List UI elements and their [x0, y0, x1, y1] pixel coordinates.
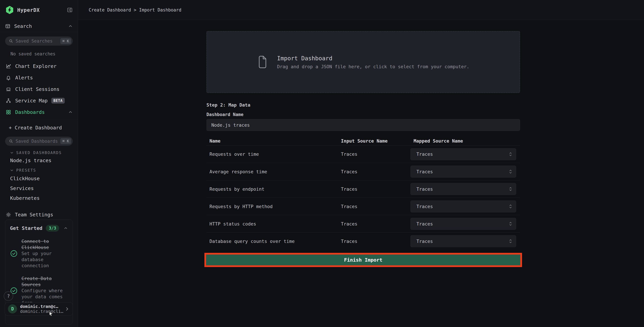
saved-searches-input[interactable]: Saved Searches ⌘ K: [5, 36, 73, 46]
user-name: dominic.tran@c…: [20, 304, 63, 309]
laptop-icon: [6, 86, 11, 92]
bell-icon: [6, 75, 11, 80]
breadcrumb-create-dashboard[interactable]: Create Dashboard: [89, 8, 131, 12]
group-label: SAVED DASHBOARDS: [16, 150, 62, 155]
help-button[interactable]: ?: [4, 291, 13, 301]
chevron-down-icon: [10, 168, 14, 172]
no-saved-searches-text: No saved searches: [10, 51, 73, 56]
dashboard-name-input[interactable]: [206, 119, 520, 131]
mapped-source-select[interactable]: Traces: [410, 200, 516, 212]
search-icon: [9, 39, 13, 43]
breadcrumb-import-dashboard: Import Dashboard: [139, 8, 181, 12]
selected-option: Traces: [416, 204, 433, 209]
import-content: Import Dashboard Drag and drop a JSON fi…: [206, 20, 520, 267]
input-source-value: Traces: [338, 186, 410, 192]
breadcrumb: Create Dashboard > Import Dashboard: [89, 8, 182, 12]
mapping-table: Name Input Source Name Mapped Source Nam…: [206, 137, 520, 250]
mapped-source-select[interactable]: Traces: [410, 183, 516, 195]
row-name: Requests over time: [206, 152, 338, 157]
sidebar-item-service-map[interactable]: Service Map BETA: [5, 95, 73, 106]
preset-item-services[interactable]: Services: [5, 184, 73, 192]
select-chevrons-icon: [509, 222, 512, 226]
presets-group[interactable]: PRESETS: [5, 168, 73, 172]
create-dashboard-button[interactable]: + Create Dashboard: [5, 123, 73, 132]
row-name: HTTP status codes: [206, 221, 338, 226]
row-name: Average response time: [206, 169, 338, 174]
shortcut-badge: ⌘ K: [60, 38, 71, 44]
select-chevrons-icon: [509, 204, 512, 209]
select-chevrons-icon: [509, 152, 512, 156]
selected-option: Traces: [416, 186, 433, 192]
shortcut-badge: ⌘ K: [60, 138, 71, 144]
question-icon: ?: [7, 294, 10, 299]
get-started-item[interactable]: Create Data Sources Configure where your…: [10, 276, 68, 306]
sidebar: HyperDX Search: [0, 0, 78, 327]
sidebar-item-label: Service Map: [15, 98, 48, 104]
selected-option: Traces: [416, 239, 433, 244]
select-chevrons-icon: [509, 187, 512, 191]
sidebar-nav: Chart Explorer Alerts Client Sessions: [5, 60, 73, 118]
check-circle-icon: [10, 250, 18, 258]
sidebar-item-dashboards[interactable]: Dashboards: [5, 106, 73, 118]
get-started-item-text: Create Data Sources Configure where your…: [22, 276, 68, 306]
app-root: HyperDX Search: [0, 0, 644, 327]
task-title: Create Data Sources: [22, 276, 68, 288]
mapped-source-select[interactable]: Traces: [410, 166, 516, 178]
breadcrumb-separator: >: [134, 8, 136, 12]
preset-item-clickhouse[interactable]: ClickHouse: [5, 175, 73, 182]
step-label: Step 2: Map Data: [206, 102, 520, 108]
table-row: HTTP status codes Traces Traces: [206, 215, 520, 232]
group-label: PRESETS: [16, 168, 36, 172]
dashboard-item-nodejs-traces[interactable]: Node.js traces: [5, 158, 73, 163]
task-title: Connect to ClickHouse: [22, 238, 68, 250]
input-source-value: Traces: [338, 221, 410, 226]
sidebar-item-team-settings[interactable]: Team Settings: [5, 210, 73, 220]
sidebar-item-label: Dashboards: [15, 109, 45, 115]
file-dropzone[interactable]: Import Dashboard Drag and drop a JSON fi…: [206, 31, 520, 93]
selected-option: Traces: [416, 169, 433, 174]
row-name: Database query counts over time: [206, 239, 338, 244]
select-chevrons-icon: [509, 239, 512, 244]
mapped-source-select[interactable]: Traces: [410, 218, 516, 230]
sidebar-collapse-icon[interactable]: [67, 7, 73, 13]
table-row: Database query counts over time Traces T…: [206, 232, 520, 250]
selected-option: Traces: [416, 221, 433, 226]
dropzone-inner: Import Dashboard Drag and drop a JSON fi…: [257, 55, 469, 69]
saved-dashboards-input[interactable]: Saved Dashboards ⌘ K: [5, 137, 73, 146]
mapped-source-select[interactable]: Traces: [410, 148, 516, 160]
user-email: dominic.tran@cli…: [20, 309, 63, 314]
sidebar-item-alerts[interactable]: Alerts: [5, 72, 73, 84]
chevron-up-icon: [68, 24, 73, 28]
chart-icon: [6, 64, 11, 69]
search-icon: [9, 139, 13, 144]
nav-search-label: Search: [14, 23, 32, 29]
sidebar-item-label: Client Sessions: [15, 86, 60, 92]
row-name: Requests by HTTP method: [206, 204, 338, 209]
nav-search[interactable]: Search: [5, 22, 73, 30]
get-started-item[interactable]: Connect to ClickHouse Set up your databa…: [10, 238, 68, 269]
table-icon: [5, 24, 10, 29]
avatar: D: [8, 304, 17, 314]
preset-item-kubernetes[interactable]: Kubernetes: [5, 194, 73, 202]
mapped-source-select[interactable]: Traces: [410, 235, 516, 247]
divider: [0, 119, 78, 120]
beta-badge: BETA: [51, 98, 65, 104]
input-source-value: Traces: [338, 152, 410, 157]
sidebar-item-client-sessions[interactable]: Client Sessions: [5, 84, 73, 95]
saved-dashboards-group[interactable]: SAVED DASHBOARDS: [5, 150, 73, 155]
team-settings-label: Team Settings: [15, 212, 53, 218]
topbar: Create Dashboard > Import Dashboard: [78, 0, 644, 20]
get-started-header[interactable]: Get Started 3/3: [10, 225, 68, 232]
finish-import-button[interactable]: Finish Import: [206, 254, 520, 265]
hierarchy-icon: [6, 98, 11, 103]
sidebar-item-label: Chart Explorer: [15, 63, 56, 69]
table-row: Requests by HTTP method Traces Traces: [206, 198, 520, 215]
select-chevrons-icon: [509, 169, 512, 174]
dropzone-subtitle: Drag and drop a JSON file here, or click…: [277, 64, 469, 69]
hyperdx-logo-icon: [5, 6, 14, 14]
gear-icon: [6, 212, 11, 218]
dashboard-name-label: Dashboard Name: [206, 112, 520, 117]
input-source-value: Traces: [338, 239, 410, 244]
user-menu[interactable]: D dominic.tran@c… dominic.tran@cli…: [5, 302, 73, 316]
sidebar-item-chart-explorer[interactable]: Chart Explorer: [5, 60, 73, 72]
